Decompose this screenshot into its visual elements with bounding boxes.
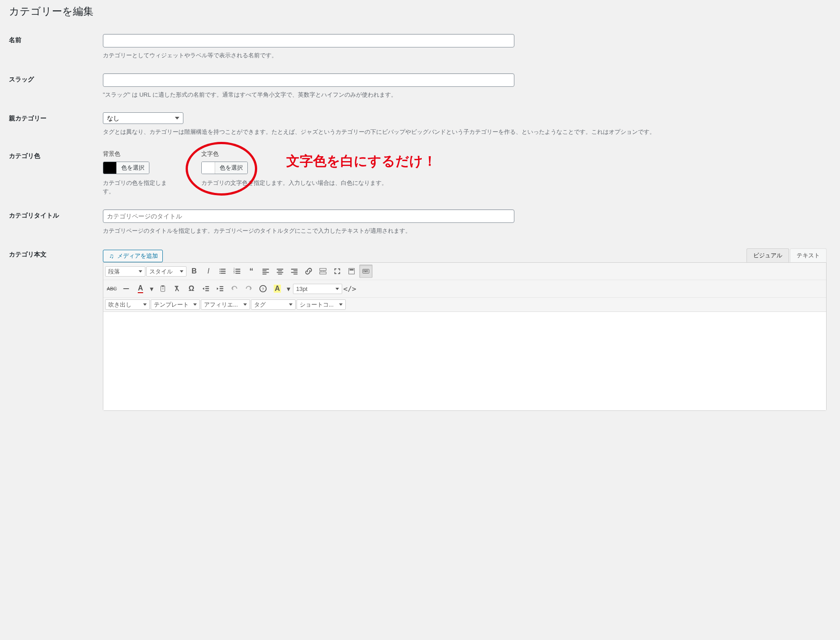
catcolor-label: カテゴリ色 [9,152,40,159]
name-desc: カテゴリーとしてウィジェットやラベル等で表示される名前です。 [103,51,827,60]
balloon-select[interactable]: 吹き出し [105,299,150,310]
text-color-dropdown-button[interactable]: ▾ [148,282,155,295]
keyboard-button[interactable] [359,265,373,278]
bgcolor-desc: カテゴリの色を指定します。 [103,179,174,196]
numbered-list-button[interactable]: 123 [230,265,244,278]
media-icon [108,252,115,260]
add-media-button[interactable]: メディアを追加 [103,250,163,262]
bgcolor-label: 背景色 [103,150,174,158]
affiliate-select[interactable]: アフィリエ... [201,299,250,310]
svg-rect-7 [123,288,129,289]
cattitle-input[interactable] [103,209,514,223]
bgcolor-swatch [103,162,117,174]
svg-text:T: T [162,287,164,290]
horizontal-rule-button[interactable] [119,282,133,295]
parent-select[interactable]: なし [103,112,183,124]
catbody-label: カテゴリ本文 [9,251,47,258]
blockquote-button[interactable]: “ [245,265,258,278]
align-right-button[interactable] [288,265,301,278]
toolbar-toggle-button[interactable] [345,265,358,278]
template-select[interactable]: テンプレート [151,299,200,310]
svg-rect-3 [320,269,326,271]
more-tag-button[interactable] [316,265,330,278]
svg-text:3: 3 [233,272,235,274]
bg-color-button[interactable]: A [271,282,284,295]
name-label: 名前 [9,36,21,43]
help-button[interactable]: ? [256,282,270,295]
editor-body[interactable] [103,312,826,410]
textcolor-desc: カテゴリの文字色を指定します。入力しない場合は、白色になります。 [201,179,387,188]
svg-rect-4 [320,272,326,274]
tag-select[interactable]: タグ [251,299,296,310]
align-center-button[interactable] [273,265,287,278]
style-select[interactable]: スタイル [146,266,187,277]
paste-text-button[interactable]: T [156,282,170,295]
redo-button[interactable] [242,282,255,295]
shortcode-select[interactable]: ショートコ... [297,299,346,310]
tab-visual[interactable]: ビジュアル [747,248,789,262]
align-left-button[interactable] [259,265,272,278]
link-button[interactable] [302,265,315,278]
bg-color-dropdown-button[interactable]: ▾ [285,282,292,295]
source-code-button[interactable]: </> [343,282,356,295]
parent-label: 親カテゴリー [9,115,47,122]
tab-text[interactable]: テキスト [790,248,827,262]
annotation-text: 文字色を白にするだけ！ [286,152,437,171]
textcolor-picker[interactable]: 色を選択 [201,162,248,174]
undo-button[interactable] [228,282,241,295]
svg-text:?: ? [262,287,264,291]
slug-input[interactable] [103,73,514,87]
fontsize-select[interactable]: 13pt [293,284,342,294]
clear-formatting-button[interactable] [170,282,184,295]
page-title: カテゴリーを編集 [9,4,831,18]
cattitle-desc: カテゴリページのタイトルを指定します。カテゴリページのタイトルタグにここで入力し… [103,226,827,235]
add-media-label: メディアを追加 [117,252,158,260]
bullet-list-button[interactable] [216,265,229,278]
bgcolor-button[interactable]: 色を選択 [117,162,149,174]
strikethrough-button[interactable]: ABC [105,282,119,295]
indent-button[interactable] [213,282,227,295]
italic-button[interactable]: I [202,265,215,278]
bold-button[interactable]: B [187,265,201,278]
name-input[interactable] [103,34,514,47]
slug-label: スラッグ [9,76,34,83]
special-char-button[interactable]: Ω [185,282,198,295]
parent-desc: タグとは異なり、カテゴリーは階層構造を持つことができます。たとえば、ジャズという… [103,128,827,137]
format-select[interactable]: 段落 [105,266,145,277]
cattitle-label: カテゴリタイトル [9,212,59,219]
slug-desc: "スラッグ" は URL に適した形式の名前です。通常はすべて半角小文字で、英数… [103,90,827,99]
textcolor-button[interactable]: 色を選択 [215,162,247,174]
svg-rect-9 [161,286,164,287]
outdent-button[interactable] [199,282,212,295]
bgcolor-picker[interactable]: 色を選択 [103,162,149,174]
textcolor-swatch [202,162,215,174]
fullscreen-button[interactable] [331,265,344,278]
text-color-button[interactable]: A [134,282,147,295]
